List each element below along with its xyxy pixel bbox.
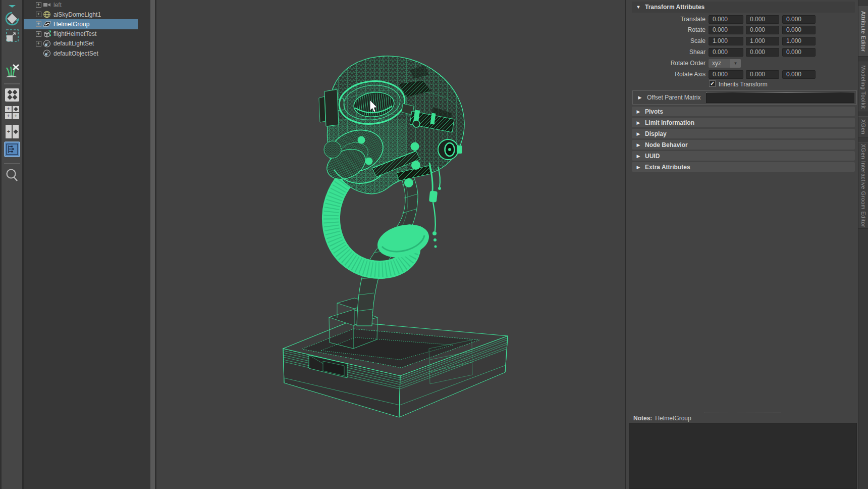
section-title: Limit Information [645,119,694,126]
viewport-canvas[interactable] [156,0,625,489]
rotate-axis-label: Rotate Axis [626,70,706,79]
skydome-light-icon [43,11,51,18]
scale-tool-icon[interactable] [4,28,20,46]
shear-x-field[interactable]: 0.000 [709,48,743,57]
section-extra-attributes[interactable]: ▶ Extra Attributes [632,162,855,172]
outliner-item-helmetgroup[interactable]: + HelmetGroup [24,19,138,29]
rotate-order-label: Rotate Order [626,59,706,68]
right-tab-strip: Attribute Editor Modeling Toolkit XGen X… [858,0,868,489]
chevron-right-icon: ▶ [632,165,645,170]
rotate-x-field[interactable]: 0.000 [709,26,743,34]
tab-label: XGen Interactive Groom Editor [860,144,866,227]
inherits-transform-label: Inherits Transform [719,81,768,88]
shear-y-field[interactable]: 0.000 [746,48,779,57]
svg-text:+: + [7,106,10,112]
notes-splitter-handle[interactable] [704,413,781,413]
section-title: Extra Attributes [645,164,690,171]
chevron-right-icon: ▶ [632,120,645,125]
rotate-y-field[interactable]: 0.000 [746,26,779,34]
transform-group-icon [43,20,51,28]
toolbar-separator [4,83,20,84]
section-title: Node Behavior [645,141,688,149]
outliner-item-label: flightHelmetTest [53,30,96,37]
offset-parent-matrix-group: ▶ Offset Parent Matrix [632,90,857,105]
four-pane-layout-icon[interactable]: + + + [5,106,20,122]
shear-label: Shear [626,48,706,57]
outliner-panel: + left + aiSkyDomeLight1 + HelmetGroup [24,0,150,489]
scale-label: Scale [626,37,706,45]
outliner-viewport-splitter[interactable] [150,0,156,489]
tab-label: XGen [860,119,866,134]
rotate-order-dropdown[interactable]: xyz ▼ [709,59,741,68]
section-uuid[interactable]: ▶ UUID [632,151,855,161]
outliner-item-defaultlightset[interactable]: + defaultLightSet [24,39,138,48]
notes-textarea[interactable] [629,423,857,489]
expand-icon[interactable]: + [36,41,41,46]
outliner-item-label: left [53,2,62,9]
chevron-right-icon: ▶ [632,131,645,136]
camera-icon [43,1,51,9]
two-pane-layout-icon[interactable]: + [5,124,20,141]
helmet-head [319,51,469,248]
set-icon [43,50,51,57]
translate-x-field[interactable]: 0.000 [709,15,743,24]
expand-icon[interactable]: + [36,31,41,37]
rotate-axis-y-field[interactable]: 0.000 [746,70,779,79]
tab-xgen-interactive-groom-editor[interactable]: XGen Interactive Groom Editor [858,142,868,229]
scale-y-field[interactable]: 1.000 [746,37,779,45]
pedestal-base [283,298,508,417]
expand-icon[interactable]: + [36,2,41,8]
section-title: Pivots [645,108,663,115]
tab-attribute-editor[interactable]: Attribute Editor [858,6,868,57]
outliner-item-label: defaultObjectSet [53,50,98,57]
offset-parent-matrix-field[interactable] [706,92,854,103]
viewport-panel[interactable] [156,0,625,489]
section-limit-information[interactable]: ▶ Limit Information [632,118,855,127]
section-display[interactable]: ▶ Display [632,129,855,138]
inherits-transform-checkbox[interactable]: ✓ [709,80,716,87]
attribute-editor-panel: ▼ Transform Attributes Translate 0.000 0… [626,0,858,489]
rotate-z-field[interactable]: 0.000 [782,26,816,34]
paint-effects-tool-icon[interactable] [3,63,21,82]
zoom-tool-icon[interactable] [5,168,20,185]
outliner-persp-layout-icon[interactable] [4,141,20,159]
toolbar-separator [4,163,20,164]
chevron-down-icon: ▼ [632,5,645,10]
offset-parent-matrix-label: Offset Parent Matrix [647,94,703,101]
chevron-right-icon[interactable]: ▶ [633,95,647,100]
outliner-item-label: HelmetGroup [53,21,89,28]
outliner-item-defaultobjectset[interactable]: + defaultObjectSet [24,48,138,58]
translate-label: Translate [626,15,706,24]
rotate-label: Rotate [626,26,706,34]
section-transform-attributes[interactable]: ▼ Transform Attributes [632,2,855,13]
svg-text:+: + [7,128,10,134]
section-node-behavior[interactable]: ▶ Node Behavior [632,140,855,150]
chevron-down-icon[interactable]: ▼ [730,59,741,68]
notes-caption: Notes: [633,415,652,422]
section-pivots[interactable]: ▶ Pivots [632,107,855,116]
tab-modeling-toolkit[interactable]: Modeling Toolkit [858,62,868,112]
svg-text:+: + [7,113,10,119]
translate-y-field[interactable]: 0.000 [746,15,779,24]
rotate-axis-x-field[interactable]: 0.000 [709,70,743,79]
translate-z-field[interactable]: 0.000 [782,15,816,24]
tab-label: Attribute Editor [860,11,866,52]
tool-dropdown-icon[interactable] [8,1,17,10]
scale-z-field[interactable]: 1.000 [782,37,816,45]
outliner-item-flighthelmettest[interactable]: + flightHelmetTest [24,29,138,39]
outliner-item-left[interactable]: + left [24,0,138,10]
section-title: Transform Attributes [645,4,704,11]
expand-icon[interactable]: + [36,12,41,17]
maya-window: + + + + [0,0,868,489]
notes-node-name: HelmetGroup [655,415,691,422]
svg-text:+: + [14,113,17,119]
scale-x-field[interactable]: 1.000 [709,37,743,45]
outliner-item-aiskydomelight[interactable]: + aiSkyDomeLight1 [24,10,138,19]
tab-xgen[interactable]: XGen [858,116,868,137]
rotate-axis-z-field[interactable]: 0.000 [782,70,816,79]
shear-z-field[interactable]: 0.000 [782,48,816,57]
rotate-tool-icon[interactable] [4,10,21,29]
single-pane-layout-icon[interactable] [4,87,20,105]
expand-icon[interactable]: + [36,21,41,27]
chevron-right-icon: ▶ [632,154,645,159]
